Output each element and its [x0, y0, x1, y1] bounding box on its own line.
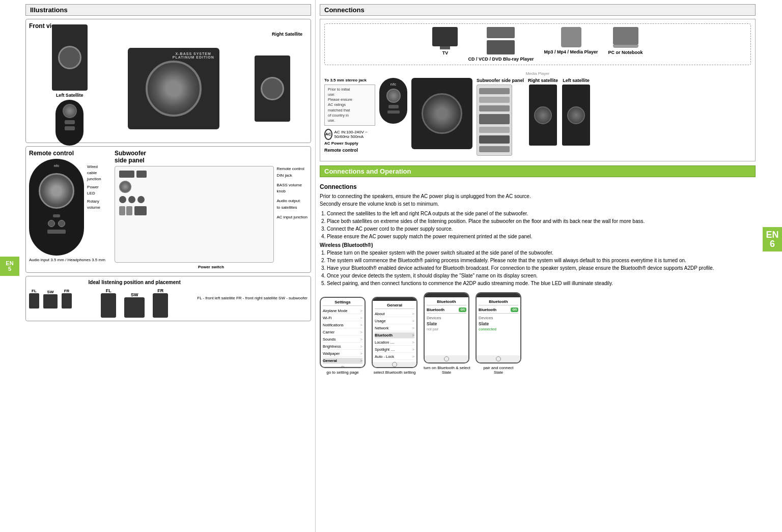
wireless-step-4: Once your device detects the system, it …: [327, 272, 756, 279]
phone-frame-4: Bluetooth Bluetooth on Devices Slate con…: [476, 292, 521, 363]
conn-sub-cone: [422, 93, 462, 134]
conn-nfc-label: nfc: [390, 82, 397, 87]
conn-right-sat-shape: [529, 85, 557, 146]
remote-labels: Wired cable junction Power LED Rotary vo…: [87, 164, 110, 211]
source-pc: PC or Notebook: [608, 27, 643, 62]
phone-wrap-4: Bluetooth Bluetooth on Devices Slate con…: [476, 292, 521, 375]
phone-wrap-3: Bluetooth Bluetooth on Devices Slate not…: [424, 292, 469, 375]
switch-row: [119, 206, 269, 215]
illustrations-header: Illustrations: [25, 4, 311, 16]
cd-dvd-label: CD / VCD / DVD Blu-ray Player: [468, 57, 534, 62]
ac-symbol: AC: [324, 129, 332, 140]
home-circle-2: [392, 362, 397, 367]
bt-toggle-3[interactable]: on: [459, 307, 466, 312]
sw-large-speaker: [124, 297, 145, 318]
fl-icon-group: FL: [29, 289, 39, 309]
settings-airplane-mode[interactable]: Airplane Mode>: [323, 308, 362, 314]
panel-port-6: [479, 135, 510, 144]
power-switch-label: Power switch: [115, 265, 308, 269]
subwoofer-panel-label: Subwoofer side panel: [477, 78, 524, 83]
phone-screen-4: Bluetooth Bluetooth on Devices Slate con…: [477, 297, 520, 355]
conn-remote-col: nfc: [379, 78, 407, 124]
general-location[interactable]: Location ....>: [375, 340, 414, 346]
wireless-step-2: The system will commence the Bluetooth® …: [327, 257, 756, 264]
phone-screen-2: General About> Usage> Network> Bluetooth…: [373, 301, 416, 362]
bt-toggle-4[interactable]: on: [511, 307, 518, 312]
phone-caption-1: go to setting page: [326, 370, 359, 375]
cd-dvd-icon-wrap: [487, 27, 515, 54]
fl-large-group: FL: [101, 288, 116, 318]
phone-wrap-2: General About> Usage> Network> Bluetooth…: [372, 297, 417, 375]
phone-home-1[interactable]: [321, 366, 365, 368]
tv-label: TV: [442, 50, 449, 55]
bass-port-row: [119, 181, 269, 193]
conn-step-4: Please ensure the AC power supply match …: [327, 233, 756, 240]
left-satellite-speaker: [52, 24, 88, 91]
home-circle-3: [444, 356, 449, 361]
remote-btn-rect[interactable]: [47, 230, 66, 234]
ac-warning-col: To 3.5 mm stereo jack Prior to initial u…: [324, 78, 375, 153]
fl-label-small: FL: [32, 289, 37, 293]
phone-caption-2: select Bluetooth setting: [374, 370, 416, 375]
remote-large-shape: nfc: [29, 159, 84, 256]
conn-remote-btn1: [388, 105, 399, 108]
phone-screen-1: Settings Airplane Mode> Wi-Fi> Notificat…: [321, 298, 365, 366]
settings-wifi[interactable]: Wi-Fi>: [323, 315, 362, 321]
phone-home-2[interactable]: [373, 362, 416, 367]
din-port-block: [119, 171, 134, 178]
general-about[interactable]: About>: [375, 311, 414, 317]
left-satellite-label: Left Satellite: [56, 93, 83, 98]
wireless-step-3: Have your Bluetooth® enabled device acti…: [327, 264, 756, 272]
settings-carrier[interactable]: Carrier>: [323, 329, 362, 335]
phone-caption-3: turn on Bluetooth & select Slate: [424, 366, 469, 375]
stereo-jack-label: To 3.5 mm stereo jack: [324, 78, 375, 82]
remote-btn2[interactable]: [58, 220, 65, 227]
right-panel: EN 6 Connections TV CD / VCD / DVD Bl: [316, 0, 782, 532]
settings-sounds[interactable]: Sounds>: [323, 337, 362, 343]
conn-op-intro: Prior to connecting the speakers, ensure…: [320, 192, 756, 208]
general-network[interactable]: Network>: [375, 325, 414, 331]
general-spotlight[interactable]: Spotlight ....>: [375, 347, 414, 353]
ac-spec-text: AC IN:100-240V ~ 50/60Hz 500mA: [334, 130, 375, 139]
settings-general[interactable]: General>: [323, 358, 362, 364]
phone-screens-row: Settings Airplane Mode> Wi-Fi> Notificat…: [320, 292, 756, 375]
conn-step-2: Place both satellites on extreme sides o…: [327, 217, 756, 225]
phone-title-3: Bluetooth: [427, 299, 466, 305]
fl-speaker: [29, 293, 39, 309]
sw-icon-group: SW: [43, 290, 58, 309]
phone-screen-3: Bluetooth Bluetooth on Devices Slate not…: [425, 297, 468, 355]
phone-caption-4: pair and connect Slate: [483, 366, 513, 375]
conn-right-sat-col: Right satellite: [528, 78, 558, 146]
subwoofer-speaker: X-BASS SYSTEM PLATINUM EDITION: [128, 48, 219, 129]
bass-knob-graphic: [119, 181, 131, 193]
device-status-3: not pair: [427, 327, 466, 331]
right-sat-top-label: Right Satellite: [272, 32, 302, 37]
panel-port-4: [479, 114, 510, 124]
remote-control-title: Remote control: [29, 150, 110, 157]
bt-toggle-row-4: Bluetooth on: [479, 307, 518, 314]
home-circle-1: [340, 366, 345, 368]
en-num-left: 5: [8, 266, 11, 272]
sw-label-small: SW: [47, 290, 54, 294]
ac-warning-box: Prior to initial use: Please ensure AC r…: [324, 85, 375, 126]
fl-large-label: FL: [106, 288, 111, 293]
mp3-icon: [561, 27, 581, 47]
remote-control-label: Remote control: [324, 148, 375, 153]
settings-notifications[interactable]: Notifications>: [323, 322, 362, 328]
general-autolock[interactable]: Auto - Lock>: [375, 354, 414, 360]
settings-wallpaper[interactable]: Wallpaper>: [323, 351, 362, 357]
remote-btn1[interactable]: [48, 220, 55, 227]
remote-detail-row: nfc Wired cable junction Power LED: [29, 159, 110, 256]
general-usage[interactable]: Usage>: [375, 318, 414, 324]
din-port-row: [119, 171, 269, 178]
general-bluetooth[interactable]: Bluetooth>: [375, 332, 414, 339]
subwoofer-side-panel-detail: Subwoofer side panel: [115, 150, 308, 269]
phone-home-3[interactable]: [425, 355, 468, 362]
settings-brightness[interactable]: Brightness>: [323, 344, 362, 350]
devices-label-3: Devices: [427, 316, 466, 320]
phone-home-4[interactable]: [477, 355, 520, 362]
right-satellite-speaker: [255, 55, 290, 122]
fr-large-group: FR: [153, 288, 168, 318]
connections-header: Connections: [320, 4, 756, 16]
placement-diagram-small: FL SW FR: [29, 289, 72, 309]
